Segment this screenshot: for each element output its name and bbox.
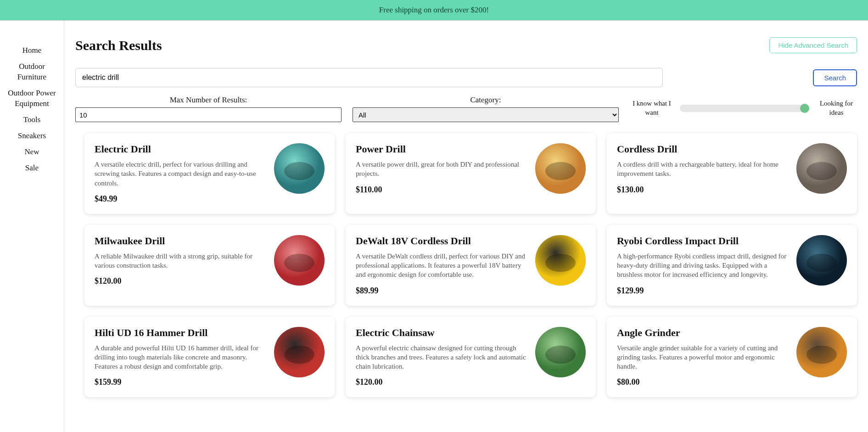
product-card[interactable]: Hilti UD 16 Hammer DrillA durable and po… (84, 317, 335, 398)
max-results-label: Max Number of Results: (170, 95, 247, 105)
product-card[interactable]: Power DrillA versatile power drill, grea… (346, 133, 596, 214)
product-title: Electric Drill (95, 143, 267, 155)
product-card[interactable]: Electric DrillA versatile electric drill… (84, 133, 335, 214)
slider-thumb[interactable] (800, 104, 809, 113)
main-content: Search Results Hide Advanced Search Sear… (64, 21, 868, 432)
promo-banner: Free shipping on orders over $200! (0, 0, 868, 21)
slider-label-left: I know what I want (631, 99, 672, 117)
product-description: A versatile DeWalt cordless drill, perfe… (356, 252, 528, 280)
product-image (796, 143, 847, 194)
search-input[interactable] (75, 68, 663, 87)
sidebar-item[interactable]: Outdoor Power Equipment (0, 85, 64, 112)
sidebar-item[interactable]: Tools (0, 112, 64, 128)
product-price: $129.99 (617, 286, 789, 296)
product-title: Hilti UD 16 Hammer Drill (95, 327, 267, 339)
product-title: DeWalt 18V Cordless Drill (356, 235, 528, 247)
product-image (535, 327, 586, 377)
product-card[interactable]: Cordless DrillA cordless drill with a re… (607, 133, 857, 214)
page-title: Search Results (75, 38, 162, 53)
svg-point-17 (806, 345, 837, 364)
svg-point-9 (545, 253, 576, 272)
product-image (274, 235, 325, 286)
product-description: A high-performance Ryobi cordless impact… (617, 252, 789, 280)
product-title: Ryobi Cordless Impact Drill (617, 235, 789, 247)
sidebar-item[interactable]: Sneakers (0, 128, 64, 144)
category-select[interactable]: All (353, 107, 619, 122)
sidebar: HomeOutdoor FurnitureOutdoor Power Equip… (0, 21, 64, 432)
product-title: Cordless Drill (617, 143, 789, 155)
max-results-input[interactable] (75, 107, 342, 122)
sidebar-item[interactable]: Sale (0, 160, 64, 176)
svg-point-7 (284, 253, 314, 272)
svg-point-11 (806, 253, 837, 272)
product-card[interactable]: Ryobi Cordless Impact DrillA high-perfor… (607, 225, 857, 306)
intent-slider[interactable] (680, 105, 808, 112)
product-title: Power Drill (356, 143, 528, 155)
product-description: A versatile electric drill, perfect for … (95, 160, 267, 188)
product-price: $49.99 (95, 194, 267, 204)
slider-label-right: Looking for ideas (816, 99, 857, 117)
sidebar-item[interactable]: New (0, 144, 64, 160)
product-price: $120.00 (356, 377, 528, 387)
product-description: A durable and powerful Hilti UD 16 hamme… (95, 343, 267, 371)
product-price: $89.99 (356, 286, 528, 296)
product-price: $120.00 (95, 276, 267, 286)
product-price: $80.00 (617, 377, 789, 387)
sidebar-item[interactable]: Outdoor Furniture (0, 59, 64, 85)
product-card[interactable]: Electric ChainsawA powerful electric cha… (346, 317, 596, 398)
svg-point-3 (545, 162, 576, 180)
product-title: Milwaukee Drill (95, 235, 267, 247)
svg-point-5 (806, 162, 837, 180)
product-card[interactable]: Milwaukee DrillA reliable Milwaukee dril… (84, 225, 335, 306)
product-image (274, 327, 325, 377)
product-image (796, 235, 847, 286)
product-card[interactable]: Angle GrinderVersatile angle grinder sui… (607, 317, 857, 398)
sidebar-item[interactable]: Home (0, 43, 64, 59)
product-image (274, 143, 325, 194)
product-image (796, 327, 847, 377)
product-image (535, 235, 586, 286)
product-card[interactable]: DeWalt 18V Cordless DrillA versatile DeW… (346, 225, 596, 306)
product-title: Angle Grinder (617, 327, 789, 339)
toggle-advanced-button[interactable]: Hide Advanced Search (769, 37, 857, 53)
product-description: A powerful electric chainsaw designed fo… (356, 343, 528, 371)
product-image (535, 143, 586, 194)
svg-point-13 (284, 345, 314, 364)
product-price: $110.00 (356, 185, 528, 195)
svg-point-15 (545, 345, 576, 364)
svg-point-1 (284, 162, 314, 180)
category-label: Category: (470, 95, 501, 105)
product-description: A cordless drill with a rechargeable bat… (617, 160, 789, 179)
product-description: A versatile power drill, great for both … (356, 160, 528, 179)
search-button[interactable]: Search (813, 69, 857, 86)
product-price: $130.00 (617, 185, 789, 195)
product-description: A reliable Milwaukee drill with a strong… (95, 252, 267, 270)
product-title: Electric Chainsaw (356, 327, 528, 339)
product-description: Versatile angle grinder suitable for a v… (617, 343, 789, 371)
product-price: $159.99 (95, 377, 267, 387)
